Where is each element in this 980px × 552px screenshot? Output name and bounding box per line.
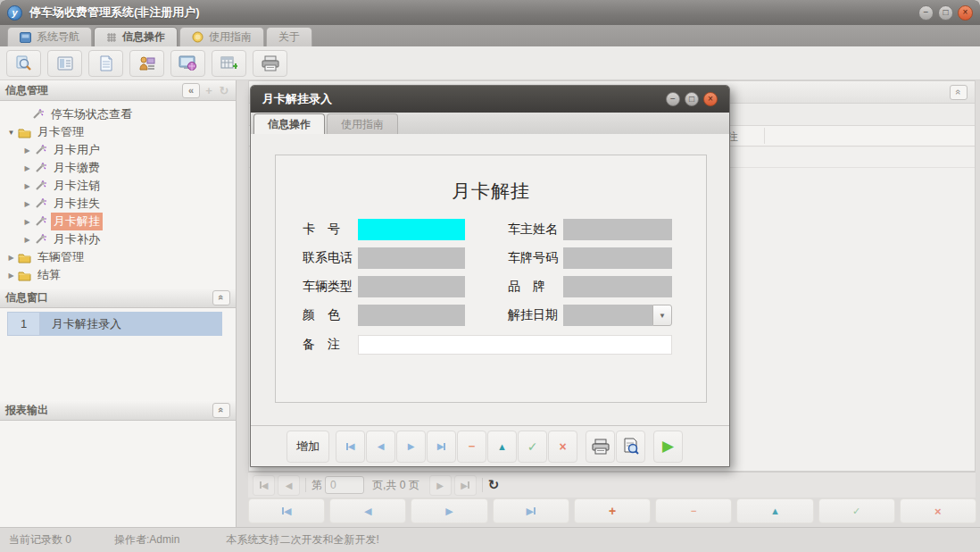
table-add-button[interactable] (212, 50, 246, 77)
collapse-sidebar-button[interactable]: « (182, 83, 200, 98)
dialog-body: 月卡解挂 卡 号 车主姓名 联系电话 车牌号码 (251, 134, 729, 425)
document-button[interactable] (88, 50, 123, 77)
monitor-globe-button[interactable] (170, 50, 205, 77)
dialog-close-button[interactable]: × (703, 92, 718, 106)
expand-arrow-icon[interactable]: ▶ (21, 182, 33, 190)
dialog-window-controls: − □ × (666, 92, 718, 106)
tool-icon (33, 215, 47, 228)
info-window-title: 信息窗口 (5, 290, 48, 305)
dialog-tab-guide[interactable]: 使用指南 (327, 113, 398, 134)
search-button[interactable] (6, 50, 41, 77)
expand-arrow-icon[interactable]: ▶ (21, 236, 33, 244)
remark-input[interactable] (358, 335, 672, 355)
folder-icon (17, 252, 31, 263)
expand-arrow-icon[interactable]: ▶ (21, 200, 33, 208)
tree-item-label: 月卡解挂 (51, 213, 103, 230)
tree-item-vehicle-mgmt[interactable]: ▶ 车辆管理 (0, 248, 236, 266)
prev-button[interactable]: ◀ (366, 431, 395, 463)
prev-page-button[interactable]: ◀ (278, 475, 300, 496)
minimize-button[interactable]: − (918, 5, 934, 21)
dialog-maximize-button[interactable]: □ (685, 92, 699, 106)
last-page-button[interactable]: ▶ (454, 475, 477, 496)
delete-record-button[interactable]: − (655, 498, 732, 523)
add-button[interactable]: 增加 (287, 431, 329, 463)
window-controls: − □ × (918, 5, 973, 21)
edit-record-button[interactable]: ▲ (736, 498, 813, 523)
maximize-button[interactable]: □ (938, 5, 953, 21)
unhook-date-input[interactable] (563, 305, 652, 326)
print-preview-button[interactable] (616, 431, 645, 463)
next-button[interactable]: ▶ (396, 431, 426, 463)
user-report-button[interactable] (129, 50, 164, 77)
cancel-button[interactable]: × (548, 431, 577, 463)
info-window-row[interactable]: 1 月卡解挂录入 (7, 312, 222, 336)
tree-item-card-reissue[interactable]: ▶ 月卡补办 (0, 230, 236, 248)
tree-item-card-unhook[interactable]: ▶ 月卡解挂 (0, 213, 236, 230)
tree-item-settlement[interactable]: ▶ 结算 (0, 266, 236, 284)
dialog-minimize-button[interactable]: − (666, 92, 680, 106)
brand-input[interactable] (563, 276, 672, 297)
add-record-button[interactable]: + (574, 498, 651, 523)
collapse-info-window-button[interactable]: « (212, 290, 230, 305)
execute-button[interactable]: ▶ (653, 431, 683, 463)
expand-arrow-icon[interactable]: ▶ (5, 254, 17, 262)
expand-arrow-icon[interactable]: ▶ (5, 272, 17, 280)
tree-item-parking-status[interactable]: 停车场状态查看 (0, 105, 236, 123)
confirm-button[interactable]: ✓ (518, 431, 547, 463)
collapse-report-button[interactable]: « (212, 403, 230, 418)
cancel-record-button[interactable]: × (900, 498, 976, 523)
close-button[interactable]: × (958, 5, 973, 21)
tree-item-card-user[interactable]: ▶ 月卡用户 (0, 141, 236, 159)
tab-label: 信息操作 (122, 29, 165, 45)
edit-button[interactable]: ▲ (487, 431, 517, 463)
plate-no-label: 车牌号码 (508, 250, 563, 266)
operator-label: 操作者:Admin (114, 532, 179, 548)
color-input[interactable] (358, 305, 465, 326)
first-button[interactable]: ◀ (336, 431, 365, 463)
tab-system-nav[interactable]: 系统导航 (7, 27, 92, 46)
dialog-tab-info-ops[interactable]: 信息操作 (253, 113, 325, 134)
unhook-date-combo: ▼ (563, 305, 672, 326)
first-record-button[interactable]: ◀ (248, 498, 325, 523)
delete-button[interactable]: − (457, 431, 486, 463)
report-output-title: 报表输出 (5, 403, 48, 418)
plate-no-input[interactable] (563, 247, 672, 269)
last-record-button[interactable]: ▶ (493, 498, 569, 523)
refresh-button[interactable]: ↻ (488, 477, 500, 493)
next-record-button[interactable]: ▶ (411, 498, 487, 523)
expand-arrow-icon[interactable]: ▶ (21, 218, 33, 226)
next-page-button[interactable]: ▶ (429, 475, 452, 496)
form-view-button[interactable] (47, 50, 82, 77)
print-button[interactable] (586, 431, 615, 463)
collapse-content-button[interactable]: « (950, 85, 968, 100)
first-page-button[interactable]: ◀ (253, 475, 275, 496)
form-panel: 月卡解挂 卡 号 车主姓名 联系电话 车牌号码 (275, 155, 707, 403)
sidebar: 信息管理 « + ↻ 停车场状态查看 ▼ 月卡管理 ▶ 月卡用户 (0, 80, 237, 527)
phone-input[interactable] (358, 247, 465, 269)
tree-item-label: 结算 (35, 266, 63, 284)
confirm-record-button[interactable]: ✓ (818, 498, 895, 523)
form-heading: 月卡解挂 (276, 179, 706, 204)
last-button[interactable]: ▶ (427, 431, 456, 463)
tree-item-card-report-loss[interactable]: ▶ 月卡挂失 (0, 195, 236, 213)
tree-item-card-payment[interactable]: ▶ 月卡缴费 (0, 159, 236, 177)
dropdown-arrow-icon[interactable]: ▼ (652, 305, 672, 326)
card-no-input[interactable] (358, 219, 465, 240)
prev-record-button[interactable]: ◀ (329, 498, 406, 523)
expand-arrow-icon[interactable]: ▶ (21, 164, 33, 172)
tree-item-card-cancel[interactable]: ▶ 月卡注销 (0, 177, 236, 195)
expand-arrow-icon[interactable]: ▶ (21, 146, 33, 155)
phone-label: 联系电话 (303, 250, 358, 266)
expand-arrow-icon[interactable]: ▼ (5, 129, 17, 137)
tab-info-ops[interactable]: 信息操作 (94, 27, 178, 46)
page-number-input[interactable]: 0 (325, 476, 364, 494)
vehicle-type-input[interactable] (358, 276, 465, 297)
owner-name-input[interactable] (563, 219, 672, 240)
tab-user-guide[interactable]: 使用指南 (179, 27, 264, 46)
tree-item-monthly-card-mgmt[interactable]: ▼ 月卡管理 (0, 123, 236, 141)
row-label: 月卡解挂录入 (40, 312, 222, 336)
tab-about[interactable]: 关于 (266, 27, 312, 46)
brand-label: 品 牌 (508, 279, 563, 295)
printer-button[interactable] (253, 50, 287, 77)
tree-item-label: 月卡挂失 (51, 195, 103, 213)
